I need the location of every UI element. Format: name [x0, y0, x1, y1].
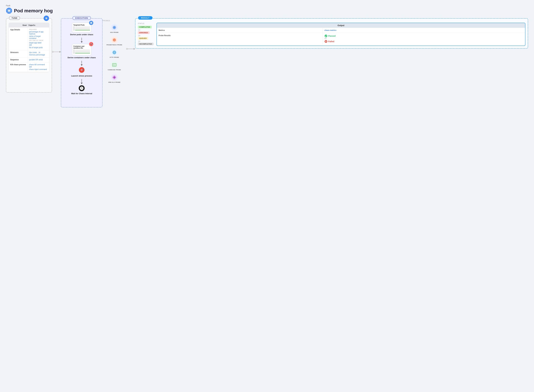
or-2: OR [138, 35, 154, 37]
checkbox [73, 52, 74, 54]
output-header: Output [157, 23, 525, 28]
arrow-head [59, 51, 61, 53]
step-1-label: Derive pods under chaos [70, 33, 93, 36]
arrow-line [53, 52, 59, 52]
incompleted-badge: INCOMPLETED [138, 43, 153, 45]
execution-section: EXECUTION [61, 18, 102, 107]
app-details-value-2: name of target container [29, 35, 48, 39]
k8s-probe-icon [111, 24, 118, 31]
probe-item-k8s: K8S PROBE [102, 24, 126, 33]
or-text-2: OR [29, 66, 48, 68]
v-line [82, 61, 82, 64]
row-label: Stressors [9, 50, 28, 57]
probes-to-result-arrow [126, 18, 135, 50]
step-card-1-title: Targeted Pods [73, 24, 90, 26]
checkbox-row [73, 29, 90, 31]
rocket-icon-step: 🚀 [89, 42, 93, 47]
completed-badge: COMPLETED [138, 26, 152, 28]
required-label: REQUIRED [29, 29, 48, 30]
checkbox-line [75, 53, 90, 53]
arrow-dot-2 [126, 48, 128, 50]
result-badge: RESULT [138, 16, 153, 20]
step-arrow-3 [81, 79, 83, 85]
metrics-row: Metrics chaos metrics [157, 28, 525, 33]
checkbox [73, 26, 74, 28]
step-1-group: Targeted Pods Derive pods under chaos [64, 23, 99, 37]
arrow-line-2 [128, 49, 134, 49]
failed-row: Failed [325, 40, 524, 43]
row-values: parallel OR serial [28, 57, 49, 62]
output-box: Output Metrics chaos metrics Probe Resul… [157, 23, 525, 46]
inputs-table: App Details REQUIRED percentage of app r… [9, 28, 49, 72]
result-box: STATUS COMPLETED OR ERRORED OR QUEUED OR… [135, 18, 528, 49]
k8s-probe-label: K8S PROBE [110, 32, 119, 33]
k8s-icon-step [89, 21, 93, 25]
or-3: OR [138, 41, 154, 42]
probe-item-command: >_ COMMAND PROBE [102, 61, 126, 70]
probe-item-srm: SRM SLO PROBE [102, 74, 126, 83]
checkbox-line [75, 51, 90, 52]
chaos-metrics-link[interactable]: chaos metrics [325, 29, 336, 31]
srm-probe-icon [111, 74, 118, 81]
result-section: RESULT STATUS COMPLETED OR ERRORED OR QU… [135, 18, 528, 49]
queued-badge: QUEUED [138, 37, 148, 40]
kill-value-2: chaos inject command [29, 68, 48, 70]
x-icon [325, 40, 327, 43]
command-probe-label: COMMAND PROBE [108, 69, 121, 70]
probes-label: PROBES [102, 20, 126, 22]
arrow-down [81, 83, 83, 84]
arrow-down [81, 41, 83, 43]
checkbox [73, 51, 74, 52]
prometheus-probe-icon [111, 36, 118, 43]
table-row: Kill chaos process chaos kill command OR… [9, 62, 49, 72]
failed-label: Failed [328, 40, 334, 43]
probe-results-label: Probe Results [157, 33, 323, 45]
page-title: Pod memory hog [6, 8, 528, 14]
kill-value-1: chaos kill command [29, 64, 48, 66]
checkbox-line [75, 27, 90, 27]
srm-probe-label: SRM SLO PROBE [108, 82, 121, 83]
svg-text:🎯: 🎯 [80, 68, 84, 72]
step-card-1: Targeted Pods [72, 23, 91, 32]
app-details-value-1: percentage of app replicas [29, 31, 48, 35]
stress-icon: 🎯 [79, 67, 85, 74]
probe-item-http: HTTP PROBE [102, 49, 126, 58]
checkbox [73, 49, 74, 51]
step-4-group: Wait for Chaos Interval [64, 85, 99, 96]
step-4-label: Wait for Chaos Interval [71, 92, 92, 95]
checkbox-row [73, 51, 90, 52]
checkbox [73, 28, 74, 29]
metrics-value: chaos metrics [323, 28, 525, 33]
tune-to-execution-arrow [52, 18, 61, 53]
checkbox-row [73, 49, 90, 51]
execution-box: Targeted Pods Derive pods under chaos [61, 18, 102, 107]
tune-helm-icon [44, 16, 49, 21]
status-label: STATUS [138, 23, 154, 24]
arrow-dot [52, 51, 53, 53]
or-between: OR [325, 38, 524, 39]
check-icon [325, 34, 327, 37]
checkbox-row [73, 52, 90, 54]
clock-icon [79, 85, 85, 91]
step-3-label: Launch stress process [71, 75, 92, 77]
probe-item-prometheus: PROMETHEUS PROBE [102, 36, 126, 46]
diagram-container: TUNE User Inputs App Details [6, 18, 528, 107]
row-label: App Details [9, 28, 28, 50]
tune-box: User Inputs App Details REQUIRED percent… [6, 18, 52, 93]
app-details-value-3: target app label [29, 42, 48, 44]
table-row: Sequence parallel OR serial [9, 57, 49, 62]
execution-badge: EXECUTION [72, 16, 91, 20]
title-text: Pod memory hog [14, 8, 53, 14]
v-line [82, 38, 82, 41]
passed-row: Passed [325, 34, 524, 37]
page-header: Fault Pod memory hog [6, 5, 528, 14]
checkbox-row [73, 26, 90, 28]
step-3-group: 🎯 Launch stress process [64, 67, 99, 79]
step-2-label: Derive containers under chaos [68, 56, 96, 59]
stressors-value-2: memory percentage [29, 54, 48, 56]
svg-text:>_: >_ [113, 64, 115, 66]
user-inputs-box: User Inputs App Details REQUIRED percent… [9, 23, 49, 72]
probe-results-row: Probe Results Passed OR [157, 33, 525, 45]
or-1: OR [138, 29, 154, 31]
errored-badge: ERRORED [138, 31, 149, 34]
